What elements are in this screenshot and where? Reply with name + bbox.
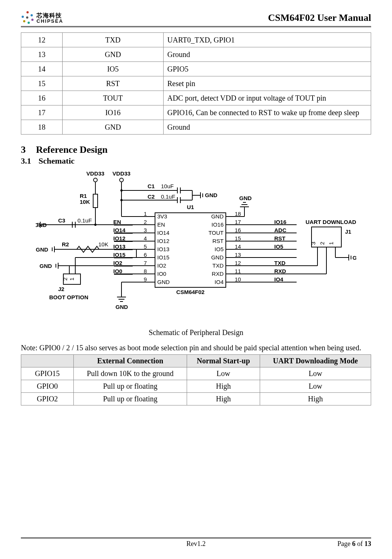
pin-number: 14 [21,62,63,76]
pin-name: RST [63,76,164,91]
document-title: CSM64F02 User Manual [268,12,371,23]
svg-text:GND: GND [116,304,128,310]
svg-text:GND: GND [205,192,218,198]
svg-text:IO15: IO15 [157,254,170,260]
svg-text:ADC: ADC [274,227,287,233]
svg-text:BOOT OPTION: BOOT OPTION [49,294,88,300]
svg-text:0.1uF: 0.1uF [161,193,175,200]
pin-desc: GPIO5 [164,62,371,76]
svg-text:GND: GND [36,246,48,253]
mode-normal: Low [187,367,260,380]
svg-text:IO12: IO12 [113,235,126,241]
section-number: 3 [21,144,34,155]
svg-text:TXD: TXD [212,262,224,269]
svg-text:IO5: IO5 [274,243,283,250]
svg-text:15: 15 [235,235,241,241]
pin-desc: UART0_TXD, GPIO1 [164,33,371,47]
table-header: UART Downloading Mode [260,355,371,367]
svg-text:2: 2 [144,219,147,225]
svg-text:R2: R2 [62,241,69,247]
svg-text:5: 5 [144,243,147,250]
svg-text:VDD33: VDD33 [113,170,130,177]
table-row: GPIO0Pull up or floatingHighLow [21,380,371,393]
table-row: 14IO5GPIO5 [21,62,371,76]
svg-text:8: 8 [144,268,147,274]
svg-text:9: 9 [144,276,147,282]
svg-text:10K: 10K [98,241,108,247]
svg-text:7: 7 [144,260,147,266]
svg-text:12: 12 [235,260,241,266]
table-row: 17IO16GPIO16, Can be connected to RST to… [21,105,371,120]
svg-text:GND: GND [39,263,52,269]
pin-desc: Reset pin [164,76,371,91]
svg-text:1: 1 [144,211,147,217]
pin-desc: Ground [164,120,371,135]
svg-text:3: 3 [144,227,147,233]
svg-text:13: 13 [235,252,241,258]
svg-text:10: 10 [235,276,241,282]
mode-pin: GPIO0 [21,380,74,393]
svg-text:RXD: RXD [274,268,286,274]
section-title: Reference Design [36,144,108,155]
svg-text:GND: GND [211,254,224,260]
table-header: Normal Start-up [187,355,260,367]
svg-text:IO14: IO14 [113,227,126,233]
svg-text:IO15: IO15 [113,252,126,258]
svg-point-103 [120,199,123,201]
svg-text:GND: GND [157,279,170,285]
logo-text-en: CHIPSEA [37,19,63,23]
svg-text:C3: C3 [58,217,65,224]
table-header [21,355,74,367]
svg-text:6: 6 [144,252,147,258]
mode-uart: Low [260,367,371,380]
subsection-heading: 3.1 Schematic [21,156,371,166]
svg-text:17: 17 [235,219,241,225]
svg-text:14: 14 [235,243,241,250]
table-row: GPIO15Pull down 10K to the groundLowLow [21,367,371,380]
pin-table: 12TXDUART0_TXD, GPIO113GNDGround14IO5GPI… [21,32,371,135]
svg-text:UART DOWNLOAD: UART DOWNLOAD [306,219,356,225]
table-row: 18GNDGround [21,120,371,135]
svg-text:1: 1 [328,242,334,245]
svg-text:RST: RST [212,238,224,244]
pin-name: IO5 [63,62,164,76]
svg-text:IO12: IO12 [157,238,170,244]
svg-text:IO2: IO2 [113,260,122,266]
mode-ext: Pull down 10K to the ground [74,367,187,380]
pin-desc: GPIO16, Can be connected to RST to wake … [164,105,371,120]
svg-text:IO2: IO2 [157,262,166,269]
svg-text:IO14: IO14 [157,230,170,236]
schematic-caption: Schematic of Peripheral Design [21,328,371,337]
mode-uart: High [260,393,371,405]
table-row: 12TXDUART0_TXD, GPIO1 [21,33,371,47]
section-heading: 3 Reference Design [21,144,371,155]
pin-number: 15 [21,76,63,91]
svg-text:IO16: IO16 [211,221,224,228]
svg-text:TXD: TXD [274,260,285,266]
page-header: 芯海科技 CHIPSEA CSM64F02 User Manual [21,11,371,27]
svg-point-102 [120,189,123,192]
page-footer: Rev1.2 Page 6 of 13 [21,537,371,548]
table-row: 13GNDGround [21,47,371,62]
mode-pin: GPIO2 [21,393,74,405]
mode-ext: Pull up or floating [74,393,187,405]
svg-text:EN: EN [113,219,121,225]
pin-number: 13 [21,47,63,62]
table-row: 15RSTReset pin [21,76,371,91]
table-header: External Connection [74,355,187,367]
pin-desc: ADC port, detect VDD or input voltage of… [164,91,371,105]
pin-name: IO16 [63,105,164,120]
svg-text:VDD33: VDD33 [86,170,104,177]
note-text: Note: GPIO0 / 2 / 15 also serves as boot… [21,344,371,352]
logo: 芯海科技 CHIPSEA [21,11,63,25]
schematic-figure: U1 CSM64F02 3V31EN2ENIO143IO14IO124IO12I… [21,168,371,337]
svg-text:IO13: IO13 [157,246,170,252]
svg-text:IO16: IO16 [274,219,287,225]
svg-text:0.1uF: 0.1uF [78,217,92,224]
svg-text:IO4: IO4 [274,276,284,282]
svg-text:3V3: 3V3 [157,213,167,220]
svg-text:10K: 10K [80,199,90,205]
pin-name: TOUT [63,91,164,105]
subsection-title: Schematic [39,156,75,165]
svg-text:GND: GND [239,195,252,201]
